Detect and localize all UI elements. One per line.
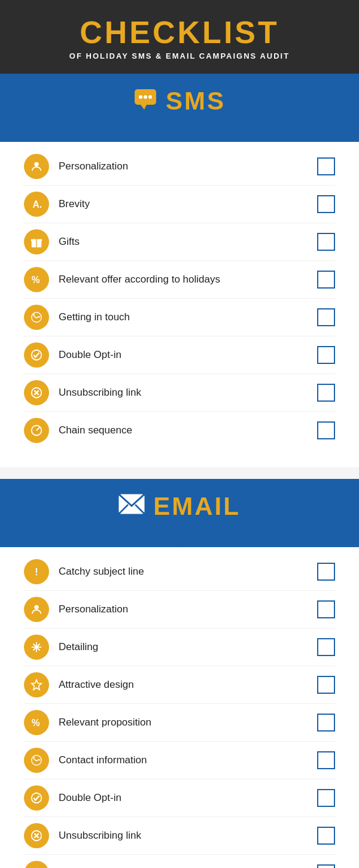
svg-text:!: ! xyxy=(35,566,38,577)
sms-personalization-label: Personalization xyxy=(59,160,317,172)
list-item: Getting in touch xyxy=(24,299,335,336)
sms-checklist-body: Personalization A. Brevity Gifts % Relev… xyxy=(0,142,359,467)
email-chain-sequence-checkbox[interactable] xyxy=(317,864,335,868)
email-section-title: EMAIL xyxy=(153,492,241,521)
sms-double-optin-label: Double Opt-in xyxy=(59,349,317,361)
sms-brevity-label: Brevity xyxy=(59,198,317,210)
svg-line-17 xyxy=(36,427,40,430)
sms-gifts-checkbox[interactable] xyxy=(317,233,335,251)
list-item: Attractive design xyxy=(24,666,335,704)
chain-icon xyxy=(24,861,49,868)
list-item: Chain sequence xyxy=(24,412,335,449)
sms-brevity-checkbox[interactable] xyxy=(317,195,335,213)
list-item: % Relevant proposition xyxy=(24,704,335,742)
svg-marker-1 xyxy=(141,105,147,110)
x-icon xyxy=(24,823,49,848)
email-contact-info-label: Contact information xyxy=(59,754,317,766)
list-item: Double Opt-in xyxy=(24,779,335,817)
svg-text:%: % xyxy=(32,275,40,285)
list-item: Contact information xyxy=(24,742,335,779)
email-catchy-checkbox[interactable] xyxy=(317,563,335,581)
email-detailing-label: Detailing xyxy=(59,641,317,653)
sms-unsubscribing-checkbox[interactable] xyxy=(317,384,335,402)
email-double-optin-label: Double Opt-in xyxy=(59,792,317,804)
exclamation-icon: ! xyxy=(24,559,49,584)
email-relevant-proposition-checkbox[interactable] xyxy=(317,714,335,732)
sms-relevant-offer-checkbox[interactable] xyxy=(317,271,335,289)
email-unsubscribing-label: Unsubscribing link xyxy=(59,830,317,842)
svg-text:A.: A. xyxy=(33,199,42,210)
x-icon xyxy=(24,380,49,405)
svg-point-2 xyxy=(139,95,142,99)
chat-bubble-icon xyxy=(133,88,157,114)
percent-icon: % xyxy=(24,267,49,292)
check-icon xyxy=(24,342,49,368)
list-item: Double Opt-in xyxy=(24,336,335,374)
email-personalization-label: Personalization xyxy=(59,603,317,615)
percent-icon: % xyxy=(24,710,49,735)
sms-getting-in-touch-checkbox[interactable] xyxy=(317,308,335,326)
envelope-icon xyxy=(118,494,145,519)
sms-double-optin-checkbox[interactable] xyxy=(317,346,335,364)
list-item: Personalization xyxy=(24,591,335,629)
sms-chain-sequence-checkbox[interactable] xyxy=(317,421,335,439)
person-icon xyxy=(24,597,49,622)
email-double-optin-checkbox[interactable] xyxy=(317,789,335,807)
email-attractive-design-checkbox[interactable] xyxy=(317,676,335,694)
sms-relevant-offer-label: Relevant offer according to holidays xyxy=(59,274,317,286)
email-unsubscribing-checkbox[interactable] xyxy=(317,827,335,845)
list-item: Unsubscribing link xyxy=(24,817,335,855)
email-personalization-checkbox[interactable] xyxy=(317,600,335,618)
check-icon xyxy=(24,785,49,811)
list-item: Chain sequence xyxy=(24,855,335,868)
svg-point-22 xyxy=(34,605,38,609)
email-catchy-label: Catchy subject line xyxy=(59,566,317,578)
page-subtitle: OF HOLIDAY SMS & EMAIL CAMPAIGNS AUDIT xyxy=(12,51,347,60)
phone-icon xyxy=(24,305,49,330)
sms-unsubscribing-label: Unsubscribing link xyxy=(59,387,317,399)
list-item: Detailing xyxy=(24,629,335,666)
gift-icon xyxy=(24,229,49,254)
email-attractive-design-label: Attractive design xyxy=(59,679,317,691)
sms-personalization-checkbox[interactable] xyxy=(317,157,335,175)
svg-point-5 xyxy=(34,162,38,166)
star-icon xyxy=(24,672,49,697)
list-item: ! Catchy subject line xyxy=(24,553,335,591)
sms-section-banner: SMS xyxy=(0,74,359,142)
text-icon: A. xyxy=(24,192,49,217)
svg-text:%: % xyxy=(32,718,40,728)
sms-gifts-label: Gifts xyxy=(59,236,317,248)
email-detailing-checkbox[interactable] xyxy=(317,638,335,656)
svg-point-3 xyxy=(144,95,147,99)
person-icon xyxy=(24,154,49,179)
phone-icon xyxy=(24,748,49,773)
list-item: A. Brevity xyxy=(24,186,335,223)
chain-icon xyxy=(24,418,49,443)
svg-point-4 xyxy=(148,95,152,99)
email-contact-info-checkbox[interactable] xyxy=(317,751,335,769)
sms-section-title: SMS xyxy=(166,87,226,116)
svg-marker-27 xyxy=(32,680,42,690)
email-checklist-body: ! Catchy subject line Personalization De… xyxy=(0,547,359,868)
email-section-banner: EMAIL xyxy=(0,479,359,547)
sparkle-icon xyxy=(24,635,49,660)
list-item: Unsubscribing link xyxy=(24,374,335,412)
list-item: Personalization xyxy=(24,148,335,186)
sms-chain-sequence-label: Chain sequence xyxy=(59,424,317,436)
page-title: CHECKLIST xyxy=(12,17,347,48)
email-relevant-proposition-label: Relevant proposition xyxy=(59,717,317,729)
list-item: % Relevant offer according to holidays xyxy=(24,261,335,299)
list-item: Gifts xyxy=(24,223,335,261)
page-header: CHECKLIST OF HOLIDAY SMS & EMAIL CAMPAIG… xyxy=(0,0,359,74)
sms-getting-in-touch-label: Getting in touch xyxy=(59,311,317,323)
